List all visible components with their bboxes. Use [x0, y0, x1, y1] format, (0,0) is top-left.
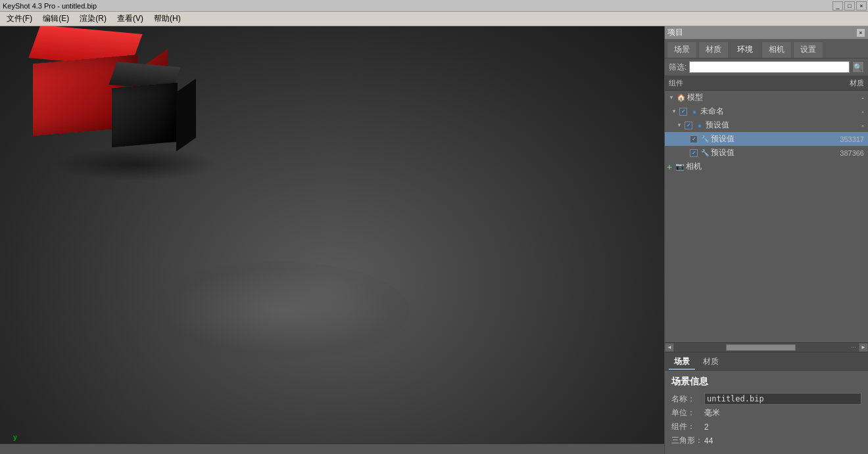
info-row-unit: 单位： 毫米 [671, 407, 861, 419]
checkbox-preset-2[interactable]: ✓ [690, 149, 698, 157]
tree-label-camera: 相机 [686, 161, 868, 172]
tab-scene[interactable]: 场景 [667, 41, 697, 58]
scroll-track[interactable] [674, 344, 848, 351]
tab-environment[interactable]: 环境 [730, 41, 760, 58]
panel-tabs: 场景 材质 环境 相机 设置 [665, 39, 868, 58]
scene-name-input[interactable] [704, 393, 861, 405]
tree-item-model[interactable]: ▼ 🏠 模型 - [665, 91, 868, 104]
tree-label-preset-parent: 预设值 [706, 120, 861, 131]
title-bar-text: KeyShot 4.3 Pro - untitled.bip [3, 2, 97, 10]
menu-bar: 文件(F) 编辑(E) 渲染(R) 查看(V) 帮助(H) [0, 12, 868, 26]
menu-view[interactable]: 查看(V) [113, 12, 147, 26]
bottom-tab-scene[interactable]: 场景 [669, 355, 695, 370]
bottom-tab-material[interactable]: 材质 [698, 355, 724, 370]
floor-light [147, 261, 410, 360]
panel-search: 筛选: 🔍 [665, 58, 868, 76]
main-area: y 项目 × 场景 材质 环境 相机 设置 筛选: 🔍 组件 材质 [0, 26, 868, 454]
info-label-triangles: 三角形： [671, 435, 704, 446]
tree-label-unnamed: 未命名 [700, 106, 861, 117]
cube-shadow [53, 148, 217, 181]
scroll-right-button[interactable]: ► [859, 343, 868, 352]
tree-header-components: 组件 [669, 78, 683, 88]
bottom-panel: 场景 材质 场景信息 名称： 单位： 毫米 组件： 2 [665, 352, 868, 454]
info-row-components: 组件： 2 [671, 421, 861, 432]
title-bar: KeyShot 4.3 Pro - untitled.bip _ □ × [0, 0, 868, 12]
camera-icon: 📷 [675, 162, 685, 171]
scroll-thumb[interactable] [726, 344, 796, 351]
search-label: 筛选: [669, 62, 687, 73]
menu-edit[interactable]: 编辑(E) [39, 12, 73, 26]
tree-arrow-model: ▼ [667, 94, 675, 102]
title-bar-controls: _ □ × [832, 1, 867, 11]
tree-arrow-unnamed: ▼ [670, 108, 678, 116]
scroll-dots: ··· [848, 344, 859, 351]
panel: 项目 × 场景 材质 环境 相机 设置 筛选: 🔍 组件 材质 ▼ [664, 26, 868, 454]
tree-arrow-preset-parent: ▼ [675, 122, 683, 129]
info-label-components: 组件： [671, 421, 704, 432]
tree-header-material: 材质 [850, 78, 864, 88]
info-value-components: 2 [704, 422, 709, 432]
menu-file[interactable]: 文件(F) [3, 12, 36, 26]
tab-settings[interactable]: 设置 [793, 41, 823, 58]
scroll-left-button[interactable]: ◄ [665, 343, 674, 352]
black-cube-right [176, 78, 196, 151]
menu-help[interactable]: 帮助(H) [150, 12, 185, 26]
black-cube-front [112, 83, 178, 148]
search-input[interactable] [689, 61, 850, 73]
tree-label-preset-2: 预设值 [711, 147, 840, 158]
minimize-button[interactable]: _ [832, 1, 843, 11]
tree-label-model: 模型 [687, 92, 861, 103]
info-row-name: 名称： [671, 393, 861, 405]
model-icon: 🏠 [677, 93, 686, 102]
tree-value-preset-1: 353317 [840, 135, 868, 143]
tab-camera[interactable]: 相机 [761, 41, 792, 58]
tree-value-unnamed: - [861, 107, 868, 116]
scene-container: y [0, 26, 664, 454]
viewport-bottom-bar [0, 443, 664, 454]
tree-arrow-preset-2 [681, 149, 688, 157]
tab-material[interactable]: 材质 [698, 41, 729, 58]
tree-label-preset-1: 预设值 [711, 133, 840, 145]
tree-value-preset-2: 387366 [840, 149, 868, 157]
scene-info: 场景信息 名称： 单位： 毫米 组件： 2 三角形： [665, 371, 868, 454]
info-label-unit: 单位： [671, 407, 704, 419]
preset-parent-icon: ● [695, 121, 704, 130]
checkbox-preset-parent[interactable]: ✓ [685, 122, 692, 129]
bottom-panel-tabs: 场景 材质 [665, 353, 868, 371]
scene-info-title: 场景信息 [671, 376, 861, 388]
close-button[interactable]: × [856, 1, 867, 11]
panel-close-button[interactable]: × [856, 28, 865, 37]
tree-value-preset-parent: - [861, 121, 868, 130]
unnamed-icon: ● [690, 107, 699, 116]
y-axis-label: y [13, 433, 17, 441]
info-value-triangles: 44 [704, 436, 713, 445]
add-camera-button[interactable]: + [665, 162, 674, 171]
preset-2-icon: 🔧 [700, 148, 710, 158]
checkbox-unnamed[interactable]: ✓ [679, 108, 687, 116]
tree-scrollbar[interactable]: ◄ ··· ► [665, 342, 868, 352]
tree-arrow-preset-1 [681, 135, 688, 143]
panel-title-bar: 项目 × [665, 26, 868, 39]
panel-title: 项目 [667, 27, 683, 38]
preset-1-icon: 🔧 [700, 135, 710, 144]
menu-render[interactable]: 渲染(R) [76, 12, 110, 26]
info-value-unit: 毫米 [704, 407, 720, 419]
tree-item-preset-parent[interactable]: ▼ ✓ ● 预设值 - [665, 118, 868, 132]
tree-item-preset-2[interactable]: ✓ 🔧 预设值 387366 [665, 146, 868, 160]
viewport[interactable]: y [0, 26, 664, 454]
checkbox-preset-1[interactable]: ✓ [690, 135, 698, 143]
tree-value-model: - [861, 93, 868, 102]
search-icon-button[interactable]: 🔍 [852, 61, 864, 73]
maximize-button[interactable]: □ [844, 1, 855, 11]
tree-item-unnamed[interactable]: ▼ ✓ ● 未命名 - [665, 104, 868, 118]
info-label-name: 名称： [671, 394, 704, 405]
scene-tree: ▼ 🏠 模型 - ▼ ✓ ● 未命名 - ▼ ✓ ● 预设值 - [665, 91, 868, 342]
tree-item-preset-1[interactable]: ✓ 🔧 预设值 353317 [665, 132, 868, 146]
tree-item-camera[interactable]: + 📷 相机 [665, 160, 868, 173]
tree-header: 组件 材质 [665, 76, 868, 91]
info-row-triangles: 三角形： 44 [671, 435, 861, 446]
